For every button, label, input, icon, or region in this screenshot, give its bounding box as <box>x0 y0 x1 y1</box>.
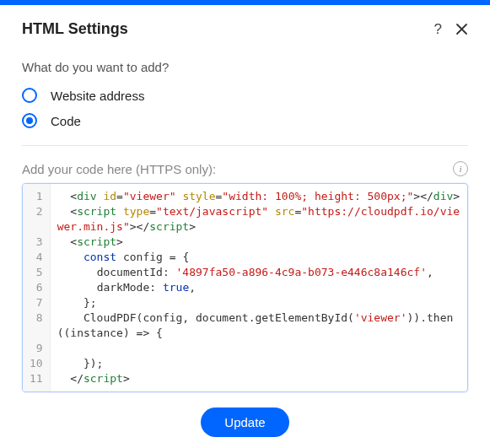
radio-label: Website address <box>51 89 144 103</box>
radio-label: Code <box>51 114 81 128</box>
line-number: 11 <box>28 371 45 386</box>
code-input-label: Add your code here (HTTPS only): <box>22 162 216 176</box>
modal-title: HTML Settings <box>22 20 128 38</box>
radio-website-address[interactable]: Website address <box>22 88 468 103</box>
radio-checked-icon <box>22 113 37 128</box>
radio-unchecked-icon <box>22 88 37 103</box>
modal-footer: Update <box>22 408 468 437</box>
line-number: 1 <box>28 189 45 204</box>
line-number: 2 <box>28 204 45 219</box>
line-number: 10 <box>28 356 45 371</box>
add-type-radio-group: Website address Code <box>22 88 468 128</box>
section-divider <box>22 145 468 146</box>
code-label-row: Add your code here (HTTPS only): i <box>22 161 468 176</box>
line-number: 4 <box>28 250 45 265</box>
header-actions: ? <box>434 21 468 38</box>
line-number: 7 <box>28 295 45 310</box>
modal-header: HTML Settings ? <box>22 20 468 38</box>
line-number: 5 <box>28 265 45 280</box>
line-number: 8 <box>28 310 45 326</box>
prompt-text: What do you want to add? <box>22 60 468 74</box>
line-number: 9 <box>28 341 45 356</box>
line-number-gutter: 1 2 3 4 5 6 7 8 9 10 11 <box>23 184 51 391</box>
update-button[interactable]: Update <box>201 408 288 437</box>
html-settings-modal: HTML Settings ? What do you want to add?… <box>0 5 490 448</box>
help-button[interactable]: ? <box>434 21 442 38</box>
info-icon[interactable]: i <box>453 161 468 176</box>
code-content[interactable]: <div id="viewer" style="width: 100%; hei… <box>51 184 467 391</box>
line-number: 6 <box>28 280 45 295</box>
line-number: 3 <box>28 235 45 250</box>
radio-code[interactable]: Code <box>22 113 468 128</box>
close-icon <box>455 23 468 35</box>
close-button[interactable] <box>455 23 468 35</box>
code-editor[interactable]: 1 2 3 4 5 6 7 8 9 10 11 <div id="viewer"… <box>22 183 468 392</box>
help-icon: ? <box>434 21 442 38</box>
